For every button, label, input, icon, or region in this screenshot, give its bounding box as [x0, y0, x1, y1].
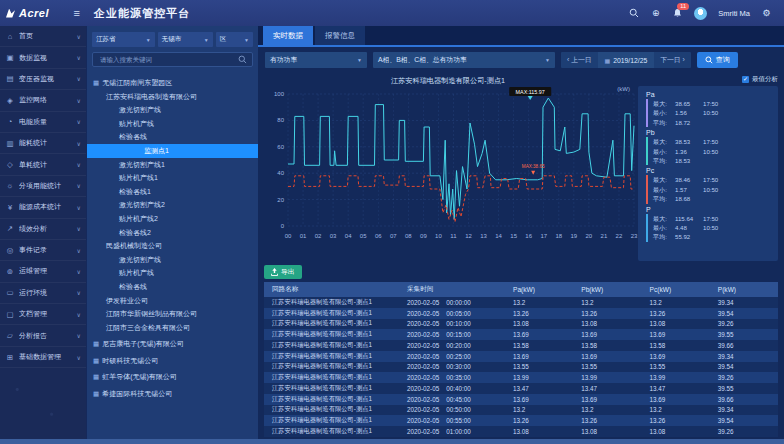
tree-node[interactable]: ▦希捷国际科技无锡公司 — [87, 387, 258, 401]
avatar[interactable] — [694, 7, 707, 20]
stat-group-name: Pc — [646, 167, 770, 174]
date-picker[interactable]: ▦2019/12/25 — [598, 52, 655, 68]
query-button[interactable]: 查询 — [697, 52, 738, 68]
sidebar-item-9[interactable]: ↗绩效分析∨ — [0, 219, 86, 240]
cell-value: 13.99 — [573, 374, 641, 381]
bell-icon[interactable]: 11 — [672, 8, 683, 19]
tree-node[interactable]: 激光切割产线1 — [87, 158, 258, 172]
sidebar-item-15[interactable]: ⊞基础数据管理∨ — [0, 347, 86, 368]
tree-node[interactable]: 检验各线2 — [87, 226, 258, 240]
svg-text:20: 20 — [277, 197, 284, 203]
cell-value: 39.54 — [710, 363, 778, 370]
tree-node[interactable]: ▦虹羊导体(无锡)有限公司 — [87, 370, 258, 384]
sidebar-item-10[interactable]: ◎事件记录∨ — [0, 240, 86, 261]
horizontal-scrollbar[interactable] — [0, 439, 784, 444]
tree-node[interactable]: 贴片机产线 — [87, 266, 258, 280]
ops-management-icon: ⊚ — [5, 267, 15, 276]
tree-node[interactable]: 检验各线 — [87, 130, 258, 144]
cell-value: 13.08 — [642, 428, 710, 435]
table-row: 江苏安科瑞电器制造有限公司-测点12020-02-0500:10:0013.08… — [264, 319, 778, 330]
tree-node-label: 时硕科技无锡公司 — [102, 357, 158, 364]
sidebar-item-6[interactable]: ◇单耗统计∨ — [0, 154, 86, 175]
tree-node[interactable]: 监测点1 — [87, 144, 258, 158]
svg-text:05: 05 — [360, 233, 367, 239]
menu-collapse-icon[interactable]: ≡ — [74, 7, 80, 19]
cell-value: 39.26 — [710, 374, 778, 381]
sidebar-item-4[interactable]: ◔电能质量∨ — [0, 112, 86, 133]
cell-value: 13.69 — [505, 353, 573, 360]
svg-text:15: 15 — [510, 233, 517, 239]
parameter-select[interactable]: 有功功率▼ — [265, 52, 367, 68]
circle-plus-icon[interactable]: ⊕ — [650, 8, 661, 19]
chevron-down-icon: ∨ — [77, 54, 81, 61]
chart-title: 江苏安科瑞电器制造有限公司-测点1 — [264, 73, 632, 86]
sidebar-item-label: 绩效分析 — [19, 224, 73, 234]
device-tree: ▦无锡江阴南闸东盟园区江苏安科瑞电器制造有限公司激光切割产线贴片机产线检验各线监… — [87, 71, 258, 439]
date-nav: ‹ 上一日 ▦2019/12/25 下一日 › — [561, 52, 691, 68]
tree-node[interactable]: 贴片机产线 — [87, 117, 258, 131]
tree-node[interactable]: 检验各线 — [87, 280, 258, 294]
table-row: 江苏安科瑞电器制造有限公司-测点12020-02-0500:15:0013.69… — [264, 329, 778, 340]
svg-text:100: 100 — [274, 91, 285, 97]
tree-node[interactable]: 激光切割产线2 — [87, 198, 258, 212]
tree-node[interactable]: ▦尼吉康电子(无锡)有限公司 — [87, 337, 258, 351]
sidebar-item-14[interactable]: ▱分析报告∨ — [0, 325, 86, 346]
region-select-1[interactable]: 无锡市▼ — [158, 32, 213, 47]
tree-node[interactable]: 伊发鞋业公司 — [87, 294, 258, 308]
region-select-0[interactable]: 江苏省▼ — [92, 32, 155, 47]
sidebar-item-0[interactable]: ⌂首页∨ — [0, 26, 86, 47]
sidebar-item-2[interactable]: ▤变压器监视∨ — [0, 69, 86, 90]
sidebar-item-8[interactable]: ¥能源成本统计∨ — [0, 197, 86, 218]
cell-value: 13.2 — [505, 299, 573, 306]
region-select-2[interactable]: 区▼ — [216, 32, 253, 47]
prev-day-button[interactable]: ‹ 上一日 — [561, 52, 598, 68]
sidebar-item-7[interactable]: ☼分项用能统计∨ — [0, 176, 86, 197]
tab-报警信息[interactable]: 报警信息 — [315, 26, 365, 45]
tree-node[interactable]: 贴片机产线2 — [87, 212, 258, 226]
sidebar-item-12[interactable]: ▭运行环境∨ — [0, 283, 86, 304]
acrel-logo-text: Acrel — [19, 7, 70, 19]
sidebar-item-3[interactable]: ◈监控网络∨ — [0, 90, 86, 111]
column-header: P(kW) — [710, 286, 778, 293]
tree-node[interactable]: 江苏安科瑞电器制造有限公司 — [87, 90, 258, 104]
chevron-down-icon: ∨ — [77, 182, 81, 189]
logo-area: Acrel ≡ — [0, 7, 86, 19]
sidebar-item-13[interactable]: ▢文档管理∨ — [0, 304, 86, 325]
sidebar-item-label: 首页 — [19, 31, 73, 41]
tree-node[interactable]: 激光切割产线 — [87, 253, 258, 267]
tree-node[interactable]: 江阴市华新钢丝制品有限公司 — [87, 307, 258, 321]
cell-value: 13.47 — [573, 385, 641, 392]
tree-node[interactable]: ▦无锡江阴南闸东盟园区 — [87, 76, 258, 90]
transformer-monitor-icon: ▤ — [5, 74, 15, 83]
gear-icon[interactable]: ⚙ — [761, 8, 772, 19]
tab-实时数据[interactable]: 实时数据 — [263, 26, 313, 45]
search-icon[interactable] — [238, 55, 247, 64]
sidebar-item-5[interactable]: ▥能耗统计∨ — [0, 133, 86, 154]
sidebar-item-label: 能源成本统计 — [19, 202, 73, 212]
chart-box: 江苏安科瑞电器制造有限公司-测点1 (kW) 02040608010000010… — [264, 73, 632, 261]
svg-text:MAX:115.97: MAX:115.97 — [516, 89, 545, 95]
cell-value: 13.69 — [642, 331, 710, 338]
cell-value: 13.69 — [573, 353, 641, 360]
cell-value: 39.26 — [710, 428, 778, 435]
tree-node[interactable]: 贴片机产线1 — [87, 171, 258, 185]
tree-node[interactable]: 检验各线1 — [87, 185, 258, 199]
max-analysis-checkbox[interactable]: ✓ 最值分析 — [638, 73, 778, 86]
tree-node[interactable]: 江阴市三合金检具有限公司 — [87, 321, 258, 335]
phase-select[interactable]: A相、B相、C相、总有功功率▼ — [373, 52, 555, 68]
sidebar-item-1[interactable]: ▣数据监视∨ — [0, 47, 86, 68]
tree-node[interactable]: 激光切割产线 — [87, 103, 258, 117]
search-icon[interactable] — [628, 8, 639, 19]
tree-node-label: 江阴市华新钢丝制品有限公司 — [106, 310, 197, 317]
sidebar-item-11[interactable]: ⊚运维管理∨ — [0, 261, 86, 282]
export-button[interactable]: 导出 — [264, 265, 302, 279]
cell-value: 13.08 — [642, 320, 710, 327]
tree-node[interactable]: ▦时硕科技无锡公司 — [87, 354, 258, 368]
next-day-button[interactable]: 下一日 › — [654, 52, 691, 68]
cell-value: 13.2 — [505, 406, 573, 413]
stat-line: 平均:18.72 — [653, 118, 770, 127]
chevron-down-icon: ▼ — [357, 57, 362, 63]
acrel-logo-icon — [6, 9, 15, 18]
tree-node[interactable]: 民盛机械制造公司 — [87, 239, 258, 253]
tree-search-input[interactable] — [98, 55, 238, 64]
